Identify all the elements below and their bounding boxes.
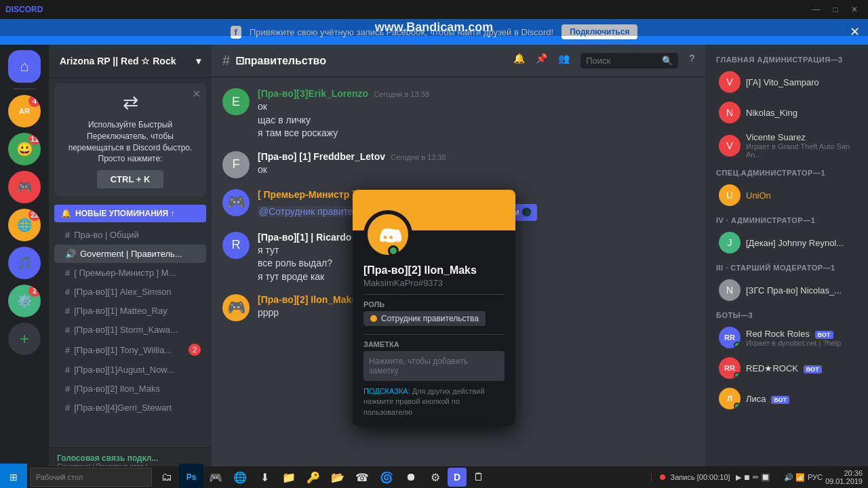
tray-icons: 🔊 📶: [784, 473, 805, 482]
member-status: Играет в Grand Theft Auto San An...: [746, 142, 860, 159]
recording-controls: ▶ ⏹ ✏ 🔲: [736, 473, 770, 482]
minimize-button[interactable]: —: [808, 3, 825, 16]
member-item[interactable]: N [ЗГС Пра-во] Nicolas_...: [708, 275, 865, 305]
taskbar-app-icon[interactable]: 🗂: [155, 464, 179, 488]
recording-bar: Запись [00:00:10] ▶ ⏹ ✏ 🔲: [651, 473, 778, 482]
channel-item[interactable]: # [Пра-во][1] Alex_Simson: [54, 283, 206, 301]
bell-icon[interactable]: 🔔: [513, 53, 525, 68]
channel-item[interactable]: # [Пра-во][2] Ilon_Maks: [54, 380, 206, 398]
member-item[interactable]: U UniOn: [708, 180, 865, 210]
avatar: R: [222, 232, 250, 259]
taskbar-search[interactable]: Рабочий стол: [30, 468, 152, 487]
member-category: IV · АДМИНИСТРАТОР—1: [705, 211, 868, 227]
member-item[interactable]: RR RED★ROCK BOT: [708, 353, 865, 383]
message-header: [Пра-во] [1] Freddber_Letov Сегодня в 13…: [258, 151, 694, 162]
server-icon-4[interactable]: 🌐 22: [8, 209, 41, 241]
channel-item[interactable]: # [ Премьер-Министр ] М...: [54, 264, 206, 282]
right-sidebar: ГЛАВНАЯ АДМИНИСТРАЦИЯ—3 V [ГА] Vito_Samp…: [705, 45, 868, 488]
channel-name: [Пра-во][1] Matteo_Ray: [74, 306, 167, 316]
taskbar-icon[interactable]: 📂: [326, 464, 350, 488]
member-name: Red Rock Roles BOT: [746, 329, 841, 339]
channel-name: Goverment | Правитель...: [80, 249, 182, 259]
new-mentions-bar[interactable]: 🔔 НОВЫЕ УПОМИНАНИЯ ↑: [54, 205, 206, 222]
channel-title: ⊡правительство: [235, 54, 326, 67]
channel-list: # Пра-во | Общий 🔊 Goverment | Правитель…: [49, 225, 212, 447]
switcher-shortcut[interactable]: CTRL + K: [97, 170, 164, 188]
channel-item[interactable]: # [Пра-во][1] Tony_Willia... 2: [54, 340, 206, 360]
add-server-icon[interactable]: +: [8, 323, 41, 355]
member-info: Vicente Suarez Играет в Grand Theft Auto…: [746, 132, 860, 159]
chat-header: # ⊡правительство 🔔 📌 👥 Поиск 🔍 ?: [212, 45, 705, 77]
member-item[interactable]: V Vicente Suarez Играет в Grand Theft Au…: [708, 128, 865, 163]
server-icon-1[interactable]: AR 4: [8, 95, 41, 127]
taskbar-icon[interactable]: 🔑: [301, 464, 326, 488]
taskbar: ⊞ Рабочий стол 🗂 Ps 🎮 🌐 ⬇ 📁 🔑 📂 ☎ 🌀 ⏺ ⚙ …: [0, 466, 868, 488]
home-server-icon[interactable]: ⌂: [8, 50, 41, 83]
taskbar-icon[interactable]: ⬇: [252, 464, 277, 488]
server-icon-5[interactable]: 🎵: [8, 247, 41, 279]
facebook-icon: f: [231, 26, 241, 39]
taskbar-icon[interactable]: ⏺: [399, 464, 423, 488]
server-icon-2[interactable]: 😀 11: [8, 133, 41, 165]
server-name: Arizona RP || Red ☆ Rock: [60, 56, 176, 66]
tray-lang: РУС: [808, 473, 823, 481]
taskbar-chrome-icon[interactable]: 🌐: [228, 464, 252, 488]
new-mentions-label: НОВЫЕ УПОМИНАНИЯ ↑: [75, 209, 174, 218]
member-item[interactable]: RR Red Rock Roles BOT Играет в dynobot.n…: [708, 323, 865, 352]
hash-icon: #: [65, 384, 70, 394]
message-author[interactable]: [Пра-во] [1] Freddber_Letov: [258, 151, 385, 162]
maximize-button[interactable]: □: [827, 3, 844, 16]
server-header[interactable]: Arizona RP || Red ☆ Rock ▾: [49, 45, 212, 78]
member-avatar: Л: [719, 388, 741, 409]
message-row: F [Пра-во] [1] Freddber_Letov Сегодня в …: [222, 151, 694, 178]
channel-item[interactable]: # [Пра-во][1]August_Now...: [54, 361, 206, 379]
server-separator: [14, 88, 35, 89]
members-icon[interactable]: 👥: [558, 53, 570, 68]
server-icon-3[interactable]: 🎮: [8, 171, 41, 203]
pin-icon[interactable]: 📌: [536, 53, 547, 68]
popup-note-label: ЗАМЕТКА: [353, 340, 515, 351]
member-item[interactable]: J [Декан] Johnny Reynol...: [708, 228, 865, 258]
banner-close-icon[interactable]: ✕: [850, 24, 860, 39]
member-category: III · СТАРШИЙ МОДЕРАТОР—1: [705, 258, 868, 274]
message-author[interactable]: [Пра-во][3]Erik_Lorenzo: [258, 88, 368, 99]
connect-button[interactable]: Подключиться: [561, 24, 637, 39]
channel-item[interactable]: # [Пра-во][4]Gerri_Stewart: [54, 399, 206, 417]
message-author[interactable]: [Пра-во][2] Ilon_Maks: [258, 294, 357, 305]
taskbar-discord-icon[interactable]: D: [448, 468, 467, 487]
member-item[interactable]: Л Лиса BOT: [708, 384, 865, 413]
channel-item-active[interactable]: 🔊 Goverment | Правитель...: [54, 245, 206, 263]
channel-item[interactable]: # Пра-во | Общий: [54, 226, 206, 244]
unread-badge: 2: [189, 344, 201, 356]
popup-username: [Пра-во][2] Ilon_Maks MaksimKaPro#9373: [353, 264, 515, 294]
member-item[interactable]: N Nikolas_King: [708, 98, 865, 127]
taskbar-photoshop-icon[interactable]: Ps: [179, 464, 203, 488]
member-name: Vicente Suarez: [746, 132, 860, 142]
taskbar-icon[interactable]: 🗒: [467, 464, 491, 488]
channel-item[interactable]: # [Пра-во][1] Matteo_Ray: [54, 302, 206, 320]
taskbar-icon[interactable]: 🌀: [374, 464, 399, 488]
taskbar-icon[interactable]: ☎: [350, 464, 374, 488]
app-title: DISCORD: [5, 5, 43, 14]
switcher-close-icon[interactable]: ✕: [192, 87, 201, 100]
message-header: [Пра-во][3]Erik_Lorenzo Сегодня в 13:38: [258, 88, 694, 99]
profile-popup: [Пра-во][2] Ilon_Maks MaksimKaPro#9373 Р…: [353, 190, 515, 426]
window-controls: — □ ✕: [808, 3, 863, 16]
start-button[interactable]: ⊞: [0, 464, 27, 488]
header-icons: 🔔 📌 👥 Поиск 🔍 ?: [513, 53, 694, 68]
taskbar-icon[interactable]: 📁: [277, 464, 301, 488]
popup-note-input[interactable]: Нажмите, чтобы добавить заметку: [363, 351, 505, 381]
channel-item[interactable]: # [Пра-во][1] Storm_Kawa...: [54, 321, 206, 339]
server-icon-6[interactable]: ⚙️ 2: [8, 285, 41, 317]
channel-sidebar: Arizona RP || Red ☆ Rock ▾ ✕ ⇄ Используй…: [49, 45, 212, 488]
help-icon[interactable]: ?: [689, 53, 694, 68]
message-time: Сегодня в 13:38: [391, 153, 446, 161]
voice-icon: 🔊: [65, 249, 76, 259]
member-item[interactable]: V [ГА] Vito_Samparo: [708, 67, 865, 97]
search-bar[interactable]: Поиск 🔍: [580, 53, 678, 68]
taskbar-icon[interactable]: ⚙: [423, 464, 448, 488]
taskbar-steam-icon[interactable]: 🎮: [203, 464, 228, 488]
close-button[interactable]: ✕: [846, 3, 863, 16]
member-info: Лиса BOT: [746, 394, 789, 404]
member-name: UniOn: [746, 190, 771, 201]
